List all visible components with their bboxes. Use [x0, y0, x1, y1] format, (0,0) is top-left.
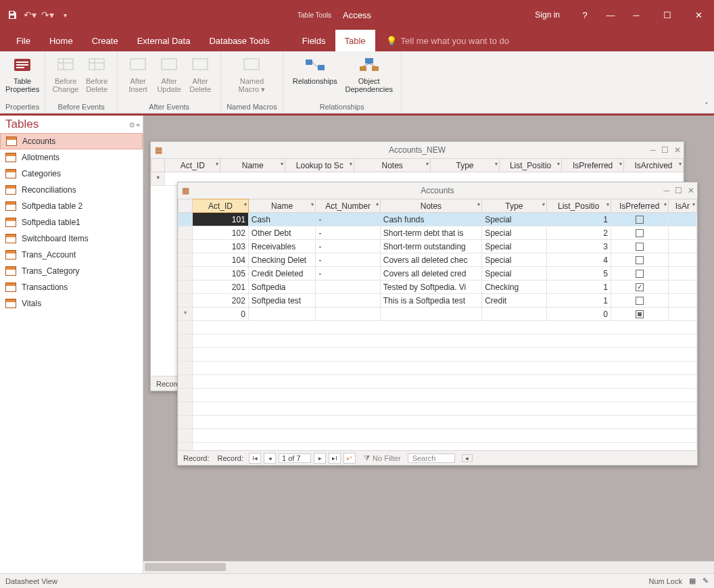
- nav-collapse-icon[interactable]: «: [136, 121, 140, 128]
- table-row[interactable]: 202Softpedia testThis is a Softpedia tes…: [178, 294, 697, 308]
- object-dependencies-button[interactable]: ObjectDependencies: [343, 54, 396, 101]
- row-selector[interactable]: [178, 253, 193, 267]
- horizontal-scrollbar[interactable]: [143, 561, 714, 573]
- nav-prev-button[interactable]: ◂: [264, 453, 276, 464]
- checkbox[interactable]: [636, 256, 644, 264]
- collapse-ribbon-icon[interactable]: ˄: [705, 101, 709, 110]
- row-selector[interactable]: [178, 240, 193, 253]
- column-header[interactable]: Notes▾: [380, 199, 481, 213]
- nav-header[interactable]: Tables ⊙«: [0, 116, 143, 133]
- column-header[interactable]: IsArchived▾: [624, 159, 684, 172]
- after-insert-button[interactable]: AfterInsert: [123, 54, 153, 101]
- checkbox[interactable]: [636, 229, 644, 237]
- column-header[interactable]: Act_ID▾: [193, 199, 249, 213]
- checkbox[interactable]: [636, 270, 644, 278]
- nav-item-accounts[interactable]: Accounts: [0, 133, 143, 149]
- minimize-icon[interactable]: ─: [663, 186, 669, 195]
- close-button[interactable]: ✕: [683, 0, 714, 30]
- record-position[interactable]: 1 of 7: [279, 454, 311, 463]
- column-header[interactable]: Name▾: [220, 159, 285, 172]
- nav-item-softpedia-table-2[interactable]: Softpedia table 2: [0, 198, 143, 214]
- column-header[interactable]: Type▾: [430, 159, 499, 172]
- column-header[interactable]: Act_Number▾: [316, 199, 380, 213]
- before-delete-button[interactable]: BeforeDelete: [82, 54, 112, 101]
- scroll-left-button[interactable]: ◂: [462, 454, 473, 462]
- tab-file[interactable]: File: [7, 30, 40, 51]
- column-header[interactable]: Notes▾: [354, 159, 430, 172]
- ribbon-options-icon[interactable]: —: [600, 0, 621, 30]
- nav-item-reconciliations[interactable]: Reconciliations: [0, 182, 143, 198]
- row-selector[interactable]: [178, 280, 193, 294]
- row-selector[interactable]: *: [178, 308, 193, 321]
- sign-in-link[interactable]: Sign in: [525, 0, 569, 30]
- table-row[interactable]: 201SoftpediaTested by Softpedia. ViCheck…: [178, 280, 697, 294]
- row-selector[interactable]: [178, 213, 193, 226]
- before-change-button[interactable]: BeforeChange: [51, 54, 80, 101]
- tab-database-tools[interactable]: Database Tools: [199, 30, 279, 51]
- filter-icon[interactable]: ⧩: [364, 454, 370, 462]
- table-row[interactable]: 103Receivables-Short-term outstandingSpe…: [178, 240, 697, 253]
- column-header[interactable]: List_Positio▾: [500, 159, 562, 172]
- checkbox[interactable]: [636, 310, 644, 318]
- checkbox[interactable]: [636, 243, 644, 251]
- relationships-button[interactable]: Relationships: [289, 54, 341, 101]
- after-update-button[interactable]: AfterUpdate: [154, 54, 184, 101]
- nav-item-vitals[interactable]: Vitals: [0, 295, 143, 312]
- row-selector[interactable]: [178, 226, 193, 240]
- column-header[interactable]: Name▾: [248, 199, 316, 213]
- column-header[interactable]: IsPreferred▾: [611, 199, 668, 213]
- table-row[interactable]: 101Cash-Cash fundsSpecial1: [178, 213, 697, 226]
- column-header[interactable]: Act_ID▾: [165, 159, 220, 172]
- column-header[interactable]: Lookup to Sc▾: [285, 159, 354, 172]
- named-macro-button[interactable]: NamedMacro ▾: [237, 54, 266, 101]
- nav-item-trans_category[interactable]: Trans_Category: [0, 263, 143, 279]
- nav-item-switchboard-items[interactable]: Switchboard Items: [0, 230, 143, 247]
- datasheet-accounts[interactable]: Act_ID▾Name▾Act_Number▾Notes▾Type▾List_P…: [178, 199, 697, 450]
- nav-first-button[interactable]: I◂: [249, 453, 261, 464]
- tell-me-search[interactable]: 💡 Tell me what you want to do: [375, 30, 509, 51]
- checkbox[interactable]: [636, 297, 644, 305]
- checkbox[interactable]: [636, 216, 644, 224]
- qat-customize-icon[interactable]: ▾: [58, 8, 72, 22]
- tab-fields[interactable]: Fields: [293, 30, 335, 51]
- window-title-bar[interactable]: ▦ Accounts ─☐✕: [178, 182, 697, 199]
- checkbox[interactable]: [636, 283, 644, 291]
- tab-create[interactable]: Create: [82, 30, 128, 51]
- nav-last-button[interactable]: ▸I: [329, 453, 341, 464]
- table-properties-button[interactable]: TableProperties: [7, 54, 37, 101]
- undo-icon[interactable]: ↶▾: [23, 8, 37, 22]
- table-row[interactable]: 104Checking Delet-Covers all deleted che…: [178, 253, 697, 267]
- help-icon[interactable]: ?: [569, 0, 600, 30]
- close-icon[interactable]: ✕: [674, 145, 681, 155]
- nav-dropdown-icon[interactable]: ⊙: [129, 121, 135, 128]
- search-input[interactable]: Search: [408, 454, 455, 463]
- row-selector[interactable]: [178, 294, 193, 308]
- design-view-icon[interactable]: ✎: [703, 577, 709, 585]
- nav-next-button[interactable]: ▸: [314, 453, 326, 464]
- after-delete-button[interactable]: AfterDelete: [185, 54, 215, 101]
- nav-item-trans_account[interactable]: Trans_Account: [0, 247, 143, 263]
- column-header[interactable]: IsAr▾: [668, 199, 696, 213]
- redo-icon[interactable]: ↷▾: [41, 8, 54, 22]
- minimize-button[interactable]: ─: [621, 0, 652, 30]
- nav-item-allotments[interactable]: Allotments: [0, 149, 143, 166]
- tab-table[interactable]: Table: [335, 30, 375, 51]
- save-icon[interactable]: [5, 8, 19, 22]
- nav-item-transactions[interactable]: Transactions: [0, 279, 143, 295]
- new-record-row[interactable]: *00: [178, 308, 697, 321]
- table-row[interactable]: 105Credit Deleted-Covers all deleted cre…: [178, 267, 697, 280]
- select-all-cell[interactable]: [151, 159, 165, 172]
- window-accounts[interactable]: ▦ Accounts ─☐✕ Act_ID▾Name▾Act_Number▾No…: [177, 182, 698, 466]
- window-title-bar[interactable]: ▦ Accounts_NEW ─☐✕: [151, 142, 684, 158]
- nav-item-softpedia-table1[interactable]: Softpedia table1: [0, 214, 143, 230]
- maximize-button[interactable]: ☐: [652, 0, 683, 30]
- minimize-icon[interactable]: ─: [650, 145, 656, 155]
- row-selector[interactable]: [178, 267, 193, 280]
- maximize-icon[interactable]: ☐: [675, 186, 682, 195]
- nav-new-button[interactable]: ▸*: [343, 453, 356, 464]
- datasheet-view-icon[interactable]: ▦: [689, 577, 696, 585]
- tab-home[interactable]: Home: [40, 30, 82, 51]
- tab-external-data[interactable]: External Data: [128, 30, 200, 51]
- select-all-cell[interactable]: [178, 199, 193, 213]
- row-selector[interactable]: *: [151, 172, 165, 186]
